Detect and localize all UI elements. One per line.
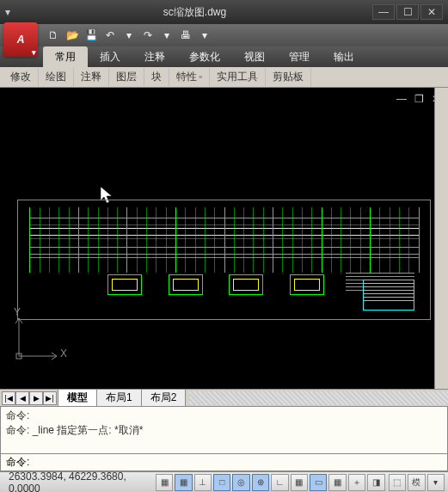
panel-annotate[interactable]: 注释	[74, 68, 109, 86]
maximize-button[interactable]: ☐	[396, 4, 419, 20]
status-btn-7[interactable]: ▦	[291, 474, 308, 491]
panel-layers[interactable]: 图层	[109, 68, 144, 86]
cmd-line-1: 命令:	[6, 409, 442, 423]
doc-minimize-icon[interactable]: —	[395, 93, 408, 105]
panel-modify[interactable]: 修改	[3, 68, 39, 86]
panel-clipboard[interactable]: 剪贴板	[266, 68, 311, 86]
command-input-row: 命令:	[0, 454, 448, 471]
tab-insert[interactable]: 插入	[88, 46, 132, 67]
redo-icon[interactable]: ↷	[139, 27, 156, 44]
tab-output[interactable]: 输出	[322, 46, 366, 67]
ucs-x-label: X	[60, 347, 67, 360]
qat-more-3[interactable]: ▾	[196, 27, 213, 44]
open-icon[interactable]: 📂	[64, 27, 81, 44]
qat-more-2[interactable]: ▾	[158, 27, 175, 44]
tab-home[interactable]: 常用	[43, 46, 88, 67]
logo-letter: A	[17, 34, 25, 46]
window-title: sc缩放图.dwg	[17, 5, 372, 20]
vertical-scrollbar[interactable]	[434, 88, 448, 389]
status-btn-5[interactable]: ⊕	[252, 474, 269, 491]
status-btn-11[interactable]: ◨	[367, 474, 384, 491]
status-btn-8[interactable]: ▭	[310, 474, 327, 491]
tab-parametric[interactable]: 参数化	[177, 46, 232, 67]
panel-block[interactable]: 块	[144, 68, 169, 86]
command-history: 命令: 命令: _line 指定第一点: *取消*	[0, 406, 448, 454]
coordinates[interactable]: 26303.3984, 46229.3680, 0.0000	[3, 470, 154, 493]
drawing-content: /*ticks drawn below via JS*/	[17, 200, 431, 320]
tab-annotate[interactable]: 注释	[132, 46, 177, 67]
panel-utilities[interactable]: 实用工具	[210, 68, 266, 86]
status-btn-model[interactable]: 模	[408, 474, 425, 491]
app-logo[interactable]: A ▾	[3, 22, 38, 57]
tab-view[interactable]: 视图	[232, 46, 277, 67]
layout-nav-prev[interactable]: ◀	[15, 391, 29, 405]
status-btn-10[interactable]: ＋	[348, 474, 365, 491]
undo-icon[interactable]: ↶	[101, 27, 119, 44]
ribbon-tabs: 常用 插入 注释 参数化 视图 管理 输出	[0, 46, 448, 67]
new-icon[interactable]: 🗋	[45, 27, 62, 44]
status-btn-4[interactable]: ◎	[232, 474, 249, 491]
status-btn-1[interactable]: ▦	[175, 474, 192, 491]
panel-draw[interactable]: 绘图	[39, 68, 74, 86]
doc-restore-icon[interactable]: ❐	[412, 93, 426, 105]
command-input[interactable]	[33, 457, 442, 469]
qat-more-1[interactable]: ▾	[120, 27, 138, 44]
layout-tab-1[interactable]: 布局1	[96, 389, 142, 407]
minimize-button[interactable]: —	[372, 4, 395, 20]
status-btn-more[interactable]: ▾	[427, 474, 445, 491]
print-icon[interactable]: 🖶	[177, 27, 194, 44]
status-btn-2[interactable]: ⊥	[194, 474, 212, 491]
titlebar: ▾ sc缩放图.dwg — ☐ ✕	[0, 0, 448, 24]
ucs-icon: Y X	[12, 311, 64, 363]
layout-nav-last[interactable]: ▶|	[43, 391, 57, 405]
drawing-canvas[interactable]: — ❐ ✕ /*ticks drawn below via JS*/	[0, 88, 448, 389]
panel-properties[interactable]: 特性»	[169, 68, 210, 86]
layout-tab-2[interactable]: 布局2	[141, 389, 187, 407]
layout-tab-model[interactable]: 模型	[58, 389, 97, 407]
ribbon-panels: 修改 绘图 注释 图层 块 特性» 实用工具 剪贴板	[0, 67, 448, 88]
cmd-line-2: 命令: _line 指定第一点: *取消*	[6, 423, 442, 438]
app-menu-arrow[interactable]: ▾	[5, 6, 17, 18]
layout-bar: |◀ ◀ ▶ ▶| 模型 布局1 布局2	[0, 389, 448, 406]
close-button[interactable]: ✕	[420, 4, 443, 20]
status-btn-6[interactable]: ∟	[271, 474, 288, 491]
save-icon[interactable]: 💾	[83, 27, 100, 44]
quick-access-toolbar: 🗋 📂 💾 ↶ ▾ ↷ ▾ 🖶 ▾	[0, 24, 448, 46]
status-btn-12[interactable]: ⬚	[389, 474, 406, 491]
tab-manage[interactable]: 管理	[277, 46, 322, 67]
cmd-prompt: 命令:	[6, 455, 29, 470]
status-bar: 26303.3984, 46229.3680, 0.0000 ▦ ▦ ⊥ □ ◎…	[0, 471, 448, 492]
status-btn-3[interactable]: □	[213, 474, 230, 491]
layout-nav-next[interactable]: ▶	[29, 391, 43, 405]
status-btn-0[interactable]: ▦	[156, 474, 173, 491]
layout-scrollbar[interactable]	[189, 391, 448, 405]
layout-nav-first[interactable]: |◀	[2, 391, 15, 405]
status-btn-9[interactable]: ▦	[328, 474, 346, 491]
ucs-y-label: Y	[14, 306, 21, 318]
